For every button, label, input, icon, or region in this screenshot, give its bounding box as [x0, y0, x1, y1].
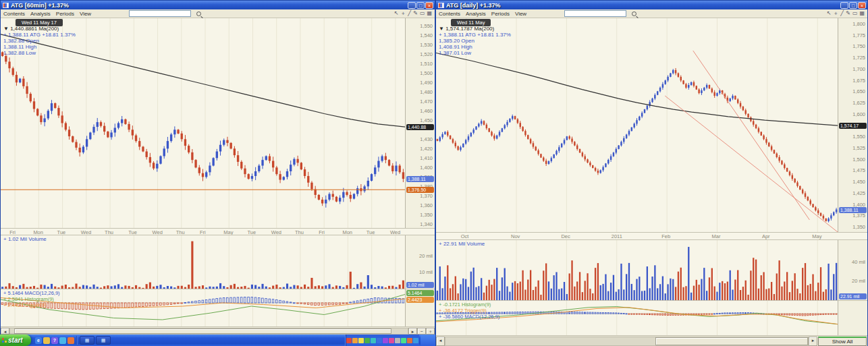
scroll-track[interactable]	[445, 337, 809, 346]
date-label: Wed	[153, 229, 163, 235]
pencil-icon[interactable]: ✎	[413, 10, 418, 17]
maximize-button[interactable]: □	[416, 2, 425, 9]
scroll-track[interactable]	[9, 328, 408, 335]
scroll-thumb[interactable]	[14, 328, 392, 334]
start-button[interactable]: start	[0, 335, 31, 346]
cursor-icon[interactable]: ↖	[394, 10, 399, 17]
volume-axis: 40 mil20 mil22.91 mil	[838, 240, 867, 300]
menu-item-view[interactable]: View	[515, 11, 526, 17]
volume-plot[interactable]	[436, 240, 838, 300]
save-icon[interactable]: ▦	[859, 10, 865, 17]
menubar: ContentsAnalysisPeriodsView ↖＋╱✎▭▦	[1, 9, 435, 18]
date-label: Tue	[247, 229, 256, 235]
scroll-left-button[interactable]: ◂	[1, 328, 9, 335]
pencil-icon[interactable]: ✎	[846, 10, 850, 17]
search-input[interactable]	[564, 10, 626, 17]
minimize-button[interactable]: _	[408, 2, 416, 9]
price-tick: 1,420	[420, 146, 433, 152]
tray-icon-11[interactable]	[413, 338, 418, 343]
menu-item-analysis[interactable]: Analysis	[466, 11, 486, 17]
save-icon[interactable]: ▦	[427, 10, 432, 17]
volume-axis-box: 22.91 mil	[839, 293, 867, 299]
window-atg-daily: ATG [daily] +1.37% _ □ × ContentsAnalysi…	[435, 0, 868, 346]
volume-plot[interactable]	[1, 235, 405, 289]
folder-icon[interactable]	[43, 337, 50, 344]
crosshair-icon[interactable]: ＋	[400, 10, 406, 17]
tray-icon-6[interactable]	[383, 338, 388, 343]
date-label: Wed	[271, 229, 281, 235]
search-icon[interactable]	[196, 11, 201, 16]
date-label: Oct	[461, 233, 469, 239]
close-button[interactable]: ×	[858, 2, 866, 9]
price-tick: 1,375	[852, 212, 865, 219]
crosshair-icon[interactable]: ＋	[833, 10, 838, 17]
help-icon[interactable]: ?	[51, 337, 58, 344]
menu-item-periods[interactable]: Periods	[56, 11, 74, 17]
show-all-button[interactable]: Show All	[818, 337, 867, 346]
window-title: ATG [60min] +1.37%	[11, 2, 69, 9]
titlebar-daily[interactable]: ATG [daily] +1.37% _ □ ×	[436, 1, 867, 9]
trendline-icon[interactable]: ╱	[408, 10, 411, 17]
scroll-left-button[interactable]: ◂	[436, 337, 445, 346]
menubar: ContentsAnalysisPeriodsView ↖＋╱✎▭▦	[436, 9, 867, 18]
price-axis[interactable]: 1,5501,5401,5301,5201,5101,5001,4901,480…	[405, 18, 435, 228]
date-axis: FriMonTueWedThuTueWedThuFriMayTueWedThuF…	[1, 229, 435, 235]
menu-item-contents[interactable]: Contents	[3, 11, 25, 17]
date-label: Thu	[176, 229, 185, 235]
minimize-button[interactable]: _	[840, 2, 848, 9]
maximize-button[interactable]: □	[849, 2, 857, 9]
macd-plot[interactable]	[1, 289, 405, 326]
window-atg-60min: ATG [60min] +1.37% _ □ × ContentsAnalysi…	[0, 0, 435, 335]
price-plot[interactable]	[1, 18, 405, 228]
h-scrollbar[interactable]: ◂▸Show All	[436, 336, 867, 346]
price-tick: 1,750	[852, 43, 865, 49]
system-tray	[346, 335, 419, 346]
titlebar-60min[interactable]: ATG [60min] +1.37% _ □ ×	[1, 1, 435, 9]
scroll-button-1[interactable]: ▸	[408, 328, 417, 335]
search-icon[interactable]	[632, 11, 636, 16]
cursor-icon[interactable]: ↖	[827, 10, 832, 17]
price-tick: 1,600	[852, 111, 865, 117]
tray-icon-9[interactable]	[401, 338, 406, 343]
volume-tick: 20 mil	[852, 278, 865, 284]
desktop-icon[interactable]	[59, 337, 66, 344]
tray-icon-7[interactable]	[389, 338, 394, 343]
tray-icon-10[interactable]	[407, 338, 412, 343]
menu-item-periods[interactable]: Periods	[491, 11, 510, 17]
menu-item-contents[interactable]: Contents	[439, 11, 460, 17]
menu-item-view[interactable]: View	[80, 11, 91, 17]
price-tick: 1,500	[420, 70, 433, 76]
scroll-button-1[interactable]: ▸	[809, 337, 817, 346]
price-axis[interactable]: 1,8001,7751,7501,7251,7001,6751,6501,625…	[838, 18, 867, 232]
rectangle-icon[interactable]: ▭	[420, 10, 425, 17]
price-tick: 1,800	[852, 21, 865, 27]
rectangle-icon[interactable]: ▭	[852, 10, 858, 17]
scroll-button-3[interactable]: ＋	[426, 328, 435, 335]
taskbar-window-chart-daily[interactable]: ▦	[96, 336, 111, 345]
tray-icon-2[interactable]	[358, 338, 364, 343]
tray-icon-1[interactable]	[352, 338, 358, 343]
price-plot[interactable]	[436, 18, 838, 232]
tray-icon-3[interactable]	[364, 338, 370, 343]
date-label: Mar	[712, 233, 721, 239]
date-label: Nov	[511, 233, 520, 239]
volume-chart-svg	[436, 240, 838, 300]
taskbar-window-chart-60min[interactable]: ▦	[80, 336, 94, 345]
macd-plot[interactable]	[436, 301, 838, 335]
price-chart-svg	[1, 18, 405, 228]
menu-item-analysis[interactable]: Analysis	[30, 11, 51, 17]
price-tick: 1,475	[852, 167, 865, 173]
tray-icon-5[interactable]	[377, 338, 382, 343]
trendline-icon[interactable]: ╱	[840, 10, 844, 17]
price-tick: 1,360	[420, 202, 433, 208]
scroll-thumb[interactable]	[655, 337, 808, 345]
search-input[interactable]	[129, 10, 191, 17]
volume-panel: 20 mil10 mil1.02 mil + 1.02 Mil Volume	[1, 235, 435, 289]
media-icon[interactable]	[67, 337, 74, 344]
close-button[interactable]: ×	[425, 2, 433, 9]
tray-icon-4[interactable]	[371, 338, 376, 343]
tray-icon-8[interactable]	[395, 338, 400, 343]
tray-icon-0[interactable]	[346, 338, 352, 343]
browser-icon[interactable]: e	[35, 337, 42, 344]
scroll-button-2[interactable]: −	[417, 328, 426, 335]
